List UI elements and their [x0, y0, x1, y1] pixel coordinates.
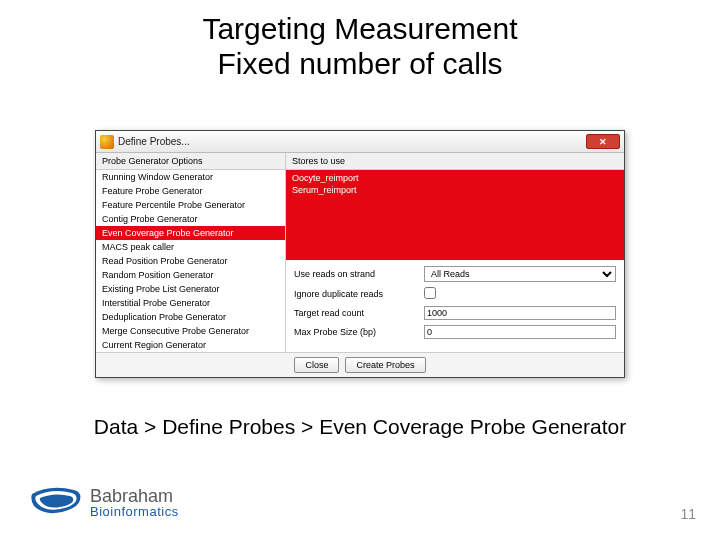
- strand-label: Use reads on strand: [294, 269, 424, 279]
- ignore-dup-label: Ignore duplicate reads: [294, 289, 424, 299]
- target-count-input[interactable]: [424, 306, 616, 320]
- logo-line1: Babraham: [90, 487, 179, 505]
- close-button[interactable]: Close: [294, 357, 339, 373]
- store-item[interactable]: Serum_reimport: [290, 184, 620, 196]
- generator-item[interactable]: Feature Percentile Probe Generator: [96, 198, 285, 212]
- titlebar: Define Probes... ✕: [96, 131, 624, 153]
- page-number: 11: [680, 506, 696, 522]
- generator-item-selected[interactable]: Even Coverage Probe Generator: [96, 226, 285, 240]
- title-line1: Targeting Measurement: [202, 12, 517, 45]
- max-probe-input[interactable]: [424, 325, 616, 339]
- close-window-button[interactable]: ✕: [586, 134, 620, 149]
- generator-item[interactable]: Merge Consecutive Probe Generator: [96, 324, 285, 338]
- ignore-dup-checkbox[interactable]: [424, 287, 436, 299]
- generator-item[interactable]: Random Position Generator: [96, 268, 285, 282]
- logo-text: Babraham Bioinformatics: [90, 487, 179, 518]
- strand-select[interactable]: All Reads: [424, 266, 616, 282]
- close-icon: ✕: [599, 137, 607, 147]
- define-probes-dialog: Define Probes... ✕ Probe Generator Optio…: [95, 130, 625, 378]
- slide-caption: Data > Define Probes > Even Coverage Pro…: [0, 415, 720, 439]
- slide-title: Targeting Measurement Fixed number of ca…: [0, 12, 720, 81]
- generator-item[interactable]: Deduplication Probe Generator: [96, 310, 285, 324]
- generator-options-header: Probe Generator Options: [96, 153, 286, 169]
- app-icon: [100, 135, 114, 149]
- babraham-logo: Babraham Bioinformatics: [30, 482, 179, 522]
- logo-icon: [30, 482, 84, 522]
- title-line2: Fixed number of calls: [217, 47, 502, 80]
- generator-item[interactable]: Contig Probe Generator: [96, 212, 285, 226]
- target-count-label: Target read count: [294, 308, 424, 318]
- options-panel: Use reads on strand All Reads Ignore dup…: [286, 260, 624, 352]
- stores-header: Stores to use: [286, 153, 624, 169]
- generator-item[interactable]: Existing Probe List Generator: [96, 282, 285, 296]
- generator-item[interactable]: Current Region Generator: [96, 338, 285, 352]
- dialog-button-row: Close Create Probes: [96, 352, 624, 377]
- max-probe-label: Max Probe Size (bp): [294, 327, 424, 337]
- generator-item[interactable]: Feature Probe Generator: [96, 184, 285, 198]
- generator-item[interactable]: Interstitial Probe Generator: [96, 296, 285, 310]
- logo-line2: Bioinformatics: [90, 505, 179, 518]
- subheader: Probe Generator Options Stores to use: [96, 153, 624, 170]
- generator-item[interactable]: Running Window Generator: [96, 170, 285, 184]
- stores-list[interactable]: Oocyte_reimport Serum_reimport: [286, 170, 624, 260]
- store-item[interactable]: Oocyte_reimport: [290, 172, 620, 184]
- generator-list[interactable]: Running Window Generator Feature Probe G…: [96, 170, 286, 352]
- generator-item[interactable]: MACS peak caller: [96, 240, 285, 254]
- create-probes-button[interactable]: Create Probes: [345, 357, 425, 373]
- window-title: Define Probes...: [118, 136, 190, 147]
- generator-item[interactable]: Read Position Probe Generator: [96, 254, 285, 268]
